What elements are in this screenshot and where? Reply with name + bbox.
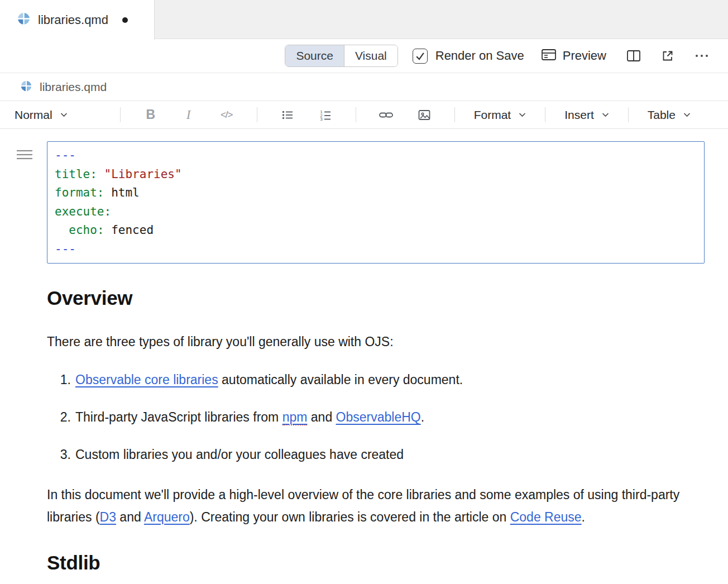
yaml-line: --- xyxy=(55,146,697,165)
code-icon: </> xyxy=(221,109,233,121)
list-item-number: 2. xyxy=(47,406,71,428)
list-item-number: 1. xyxy=(47,368,71,391)
text-run: ). Creating your own libraries is covere… xyxy=(190,510,510,524)
numbered-list-icon: 1 2 3 xyxy=(318,108,333,122)
ellipsis-icon xyxy=(695,49,709,63)
preview-button[interactable]: Preview xyxy=(541,48,606,64)
text-run: automatically available in every documen… xyxy=(218,372,463,387)
check-icon xyxy=(415,51,425,61)
visual-mode-button[interactable]: Visual xyxy=(344,45,397,66)
list-item-number: 3. xyxy=(47,443,71,466)
open-external-icon xyxy=(661,49,674,63)
bullet-list-button[interactable] xyxy=(275,104,300,126)
toolbar-separator xyxy=(356,107,356,122)
render-on-save-label: Render on Save xyxy=(435,49,524,63)
breadcrumb-file-icon xyxy=(20,80,32,94)
code-button[interactable]: </> xyxy=(214,104,240,126)
image-button[interactable] xyxy=(411,104,437,126)
paragraph-style-label: Normal xyxy=(15,108,52,122)
list-item-text: Custom libraries you and/or your colleag… xyxy=(75,443,404,466)
image-icon xyxy=(417,108,432,122)
editor-surface[interactable]: ---title: "Libraries"format: htmlexecute… xyxy=(0,141,728,575)
d3-link[interactable]: D3 xyxy=(100,510,116,524)
toolbar-separator xyxy=(545,107,545,122)
chevron-down-icon xyxy=(60,112,68,117)
text-run: . xyxy=(421,410,424,424)
chevron-down-icon xyxy=(519,112,526,117)
bold-button[interactable]: B xyxy=(138,104,164,126)
text-run: . xyxy=(582,510,585,524)
link-icon xyxy=(379,108,394,122)
list-item: 2.Third-party JavaScript libraries from … xyxy=(47,406,705,428)
toolbar-separator xyxy=(628,107,629,122)
overview-heading: Overview xyxy=(47,286,705,310)
npm-link[interactable]: npm xyxy=(282,410,308,425)
drag-handle-icon xyxy=(16,148,33,161)
more-actions-button[interactable] xyxy=(695,49,709,63)
unsaved-changes-dot xyxy=(122,17,128,23)
toolbar-separator xyxy=(257,107,257,122)
tab-libraries-qmd[interactable]: libraries.qmd xyxy=(0,0,155,40)
tab-title: libraries.qmd xyxy=(38,13,108,27)
text-run: Third-party JavaScript libraries from xyxy=(75,410,282,424)
yaml-drag-handle[interactable] xyxy=(16,148,33,164)
preview-icon xyxy=(541,48,557,64)
split-editor-icon xyxy=(626,49,641,63)
table-menu-label: Table xyxy=(648,108,676,122)
list-item-text: Observable core libraries automatically … xyxy=(75,368,463,391)
italic-button[interactable]: I xyxy=(176,104,202,126)
yaml-line: title: "Libraries" xyxy=(55,165,697,184)
toolbar-separator xyxy=(454,107,455,122)
quarto-logo-icon xyxy=(17,12,31,28)
stdlib-heading: Stdlib xyxy=(47,551,705,575)
insert-menu-label: Insert xyxy=(564,108,594,122)
source-visual-toggle: Source Visual xyxy=(285,45,397,67)
svg-text:3: 3 xyxy=(320,117,322,122)
yaml-line: echo: fenced xyxy=(55,221,697,240)
breadcrumb-filename[interactable]: libraries.qmd xyxy=(40,80,107,94)
breadcrumb: libraries.qmd xyxy=(0,73,728,101)
yaml-line: execute: xyxy=(55,203,697,222)
numbered-list-button[interactable]: 1 2 3 xyxy=(313,104,338,126)
yaml-line: --- xyxy=(55,240,697,259)
yaml-front-matter: ---title: "Libraries"format: htmlexecute… xyxy=(47,141,705,264)
source-mode-button[interactable]: Source xyxy=(285,45,344,66)
link-button[interactable] xyxy=(373,104,399,126)
closing-paragraph: In this document we'll provide a high-le… xyxy=(47,484,683,528)
toolbar-separator xyxy=(120,107,121,122)
editor-toolbar: Source Visual Render on Save Preview xyxy=(0,39,728,73)
observablehq-link[interactable]: ObservableHQ xyxy=(336,410,421,424)
format-toolbar: Normal B I </> 1 2 3 xyxy=(0,101,728,129)
list-item: 1.Observable core libraries automaticall… xyxy=(47,368,705,391)
observable-core-libraries-link[interactable]: Observable core libraries xyxy=(75,372,218,387)
text-run: Custom libraries you and/or your colleag… xyxy=(75,447,404,462)
split-editor-button[interactable] xyxy=(626,49,641,63)
yaml-line: format: html xyxy=(55,184,697,203)
chevron-down-icon xyxy=(683,112,691,117)
text-run: and xyxy=(116,510,144,524)
paragraph-style-dropdown[interactable]: Normal xyxy=(15,108,68,122)
arquero-link[interactable]: Arquero xyxy=(144,510,190,524)
format-menu-dropdown[interactable]: Format xyxy=(474,108,526,122)
render-on-save-checkbox[interactable] xyxy=(413,49,428,64)
insert-menu-dropdown[interactable]: Insert xyxy=(564,108,609,122)
intro-paragraph: There are three types of library you'll … xyxy=(47,331,683,353)
code-reuse-link[interactable]: Code Reuse xyxy=(510,510,582,524)
format-menu-label: Format xyxy=(474,108,511,122)
list-item-text: Third-party JavaScript libraries from np… xyxy=(75,406,424,428)
open-external-button[interactable] xyxy=(661,49,674,63)
text-run: and xyxy=(307,410,336,424)
bullet-list-icon xyxy=(280,108,295,122)
bold-icon: B xyxy=(146,107,155,122)
chevron-down-icon xyxy=(602,112,609,117)
table-menu-dropdown[interactable]: Table xyxy=(648,108,691,122)
render-on-save-control: Render on Save xyxy=(413,49,524,64)
yaml-front-matter-block[interactable]: ---title: "Libraries"format: htmlexecute… xyxy=(47,141,705,264)
tab-bar: libraries.qmd xyxy=(0,0,728,39)
list-item: 3.Custom libraries you and/or your colle… xyxy=(47,443,705,466)
italic-icon: I xyxy=(186,108,191,122)
preview-label: Preview xyxy=(563,49,606,63)
numbered-list: 1.Observable core libraries automaticall… xyxy=(47,368,705,466)
